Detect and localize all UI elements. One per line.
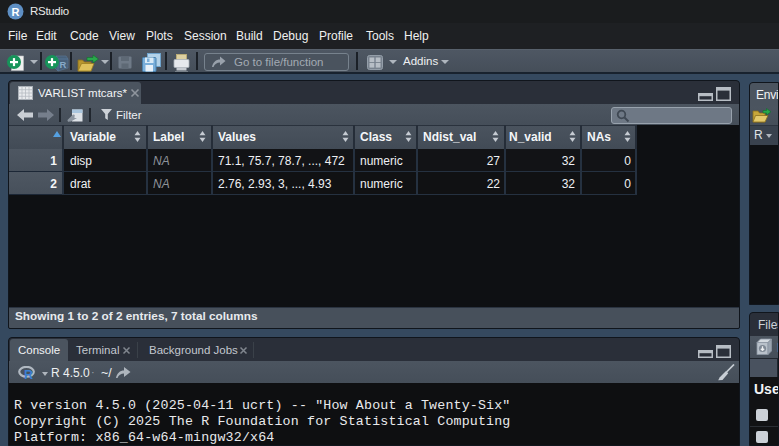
svg-text:R: R [24, 368, 33, 380]
svg-text:R: R [60, 59, 67, 70]
svg-text:R: R [12, 6, 20, 18]
